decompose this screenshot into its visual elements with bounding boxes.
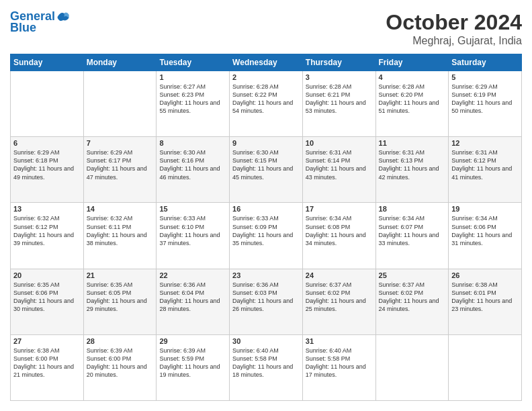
calendar-cell: 21Sunrise: 6:35 AM Sunset: 6:05 PM Dayli… <box>83 269 157 334</box>
calendar-cell: 10Sunrise: 6:31 AM Sunset: 6:14 PM Dayli… <box>302 137 375 203</box>
calendar-cell: 15Sunrise: 6:33 AM Sunset: 6:10 PM Dayli… <box>157 203 230 269</box>
day-info: Sunrise: 6:33 AM Sunset: 6:10 PM Dayligh… <box>159 214 226 247</box>
calendar-cell: 31Sunrise: 6:40 AM Sunset: 5:58 PM Dayli… <box>302 334 375 400</box>
calendar-table: Sunday Monday Tuesday Wednesday Thursday… <box>10 54 522 401</box>
day-number: 5 <box>451 73 519 81</box>
col-friday: Friday <box>375 54 449 71</box>
calendar-cell: 8Sunrise: 6:30 AM Sunset: 6:16 PM Daylig… <box>157 137 230 203</box>
day-info: Sunrise: 6:32 AM Sunset: 6:11 PM Dayligh… <box>87 214 154 247</box>
col-sunday: Sunday <box>11 54 84 71</box>
day-number: 28 <box>87 337 154 345</box>
calendar-cell: 7Sunrise: 6:29 AM Sunset: 6:17 PM Daylig… <box>83 137 157 203</box>
calendar-cell <box>449 334 522 400</box>
calendar-cell: 29Sunrise: 6:39 AM Sunset: 5:59 PM Dayli… <box>157 334 230 400</box>
day-number: 24 <box>306 271 373 279</box>
day-number: 3 <box>306 73 373 81</box>
col-wednesday: Wednesday <box>230 54 303 71</box>
calendar-cell: 5Sunrise: 6:29 AM Sunset: 6:19 PM Daylig… <box>449 71 522 137</box>
day-number: 9 <box>232 139 300 147</box>
day-number: 12 <box>451 139 519 147</box>
day-info: Sunrise: 6:34 AM Sunset: 6:07 PM Dayligh… <box>379 214 446 247</box>
calendar-subtitle: Meghraj, Gujarat, India <box>386 35 522 47</box>
day-number: 13 <box>13 205 81 213</box>
day-info: Sunrise: 6:27 AM Sunset: 6:23 PM Dayligh… <box>159 83 226 116</box>
day-number: 26 <box>451 271 519 279</box>
day-info: Sunrise: 6:31 AM Sunset: 6:13 PM Dayligh… <box>379 148 446 181</box>
day-number: 4 <box>379 73 446 81</box>
day-info: Sunrise: 6:33 AM Sunset: 6:09 PM Dayligh… <box>232 214 300 247</box>
calendar-cell: 13Sunrise: 6:32 AM Sunset: 6:12 PM Dayli… <box>11 203 84 269</box>
day-info: Sunrise: 6:35 AM Sunset: 6:05 PM Dayligh… <box>87 281 154 314</box>
day-info: Sunrise: 6:38 AM Sunset: 6:00 PM Dayligh… <box>13 347 81 379</box>
day-info: Sunrise: 6:40 AM Sunset: 5:58 PM Dayligh… <box>232 347 300 379</box>
day-info: Sunrise: 6:28 AM Sunset: 6:20 PM Dayligh… <box>379 83 446 116</box>
logo-icon <box>56 10 70 24</box>
calendar-cell: 1Sunrise: 6:27 AM Sunset: 6:23 PM Daylig… <box>157 71 230 137</box>
day-info: Sunrise: 6:31 AM Sunset: 6:12 PM Dayligh… <box>451 148 519 181</box>
calendar-cell: 17Sunrise: 6:34 AM Sunset: 6:08 PM Dayli… <box>302 203 375 269</box>
calendar-cell: 20Sunrise: 6:35 AM Sunset: 6:06 PM Dayli… <box>11 269 84 334</box>
calendar-week-1: 6Sunrise: 6:29 AM Sunset: 6:18 PM Daylig… <box>11 137 522 203</box>
calendar-cell: 18Sunrise: 6:34 AM Sunset: 6:07 PM Dayli… <box>375 203 449 269</box>
day-info: Sunrise: 6:39 AM Sunset: 6:00 PM Dayligh… <box>87 347 154 379</box>
day-number: 1 <box>159 73 226 81</box>
day-info: Sunrise: 6:34 AM Sunset: 6:08 PM Dayligh… <box>306 214 373 247</box>
day-number: 25 <box>379 271 446 279</box>
day-number: 19 <box>451 205 519 213</box>
day-number: 16 <box>232 205 300 213</box>
calendar-week-3: 20Sunrise: 6:35 AM Sunset: 6:06 PM Dayli… <box>11 269 522 334</box>
day-info: Sunrise: 6:32 AM Sunset: 6:12 PM Dayligh… <box>13 214 81 247</box>
day-info: Sunrise: 6:39 AM Sunset: 5:59 PM Dayligh… <box>159 347 226 379</box>
header: General Blue October 2024 Meghraj, Gujar… <box>10 10 522 47</box>
calendar-cell <box>375 334 449 400</box>
calendar-cell: 14Sunrise: 6:32 AM Sunset: 6:11 PM Dayli… <box>83 203 157 269</box>
day-info: Sunrise: 6:29 AM Sunset: 6:18 PM Dayligh… <box>13 148 81 181</box>
calendar-cell: 26Sunrise: 6:38 AM Sunset: 6:01 PM Dayli… <box>449 269 522 334</box>
calendar-cell: 19Sunrise: 6:34 AM Sunset: 6:06 PM Dayli… <box>449 203 522 269</box>
day-number: 11 <box>379 139 446 147</box>
calendar-week-0: 1Sunrise: 6:27 AM Sunset: 6:23 PM Daylig… <box>11 71 522 137</box>
calendar-cell <box>11 71 84 137</box>
day-info: Sunrise: 6:28 AM Sunset: 6:22 PM Dayligh… <box>232 83 300 116</box>
day-info: Sunrise: 6:37 AM Sunset: 6:02 PM Dayligh… <box>379 281 446 314</box>
title-block: October 2024 Meghraj, Gujarat, India <box>386 10 522 47</box>
calendar-cell: 4Sunrise: 6:28 AM Sunset: 6:20 PM Daylig… <box>375 71 449 137</box>
day-info: Sunrise: 6:35 AM Sunset: 6:06 PM Dayligh… <box>13 281 81 314</box>
day-info: Sunrise: 6:30 AM Sunset: 6:15 PM Dayligh… <box>232 148 300 181</box>
calendar-cell: 6Sunrise: 6:29 AM Sunset: 6:18 PM Daylig… <box>11 137 84 203</box>
calendar-title: October 2024 <box>386 10 522 35</box>
day-number: 7 <box>87 139 154 147</box>
col-monday: Monday <box>83 54 157 71</box>
day-info: Sunrise: 6:34 AM Sunset: 6:06 PM Dayligh… <box>451 214 519 247</box>
day-number: 2 <box>232 73 300 81</box>
day-number: 15 <box>159 205 226 213</box>
day-number: 20 <box>13 271 81 279</box>
logo: General Blue <box>10 10 70 35</box>
calendar-cell: 12Sunrise: 6:31 AM Sunset: 6:12 PM Dayli… <box>449 137 522 203</box>
day-info: Sunrise: 6:36 AM Sunset: 6:04 PM Dayligh… <box>159 281 226 314</box>
day-number: 23 <box>232 271 300 279</box>
calendar-cell: 25Sunrise: 6:37 AM Sunset: 6:02 PM Dayli… <box>375 269 449 334</box>
day-number: 21 <box>87 271 154 279</box>
day-number: 29 <box>159 337 226 345</box>
day-number: 10 <box>306 139 373 147</box>
calendar-week-4: 27Sunrise: 6:38 AM Sunset: 6:00 PM Dayli… <box>11 334 522 400</box>
day-info: Sunrise: 6:40 AM Sunset: 5:58 PM Dayligh… <box>306 347 373 379</box>
day-number: 17 <box>306 205 373 213</box>
day-info: Sunrise: 6:29 AM Sunset: 6:17 PM Dayligh… <box>87 148 154 181</box>
calendar-cell: 9Sunrise: 6:30 AM Sunset: 6:15 PM Daylig… <box>230 137 303 203</box>
day-number: 6 <box>13 139 81 147</box>
day-number: 14 <box>87 205 154 213</box>
calendar-cell: 2Sunrise: 6:28 AM Sunset: 6:22 PM Daylig… <box>230 71 303 137</box>
day-number: 30 <box>232 337 300 345</box>
col-tuesday: Tuesday <box>157 54 230 71</box>
day-number: 22 <box>159 271 226 279</box>
page: General Blue October 2024 Meghraj, Gujar… <box>0 0 532 411</box>
day-number: 18 <box>379 205 446 213</box>
calendar-cell: 16Sunrise: 6:33 AM Sunset: 6:09 PM Dayli… <box>230 203 303 269</box>
day-info: Sunrise: 6:36 AM Sunset: 6:03 PM Dayligh… <box>232 281 300 314</box>
calendar-week-2: 13Sunrise: 6:32 AM Sunset: 6:12 PM Dayli… <box>11 203 522 269</box>
day-number: 8 <box>159 139 226 147</box>
day-info: Sunrise: 6:29 AM Sunset: 6:19 PM Dayligh… <box>451 83 519 116</box>
calendar-cell: 3Sunrise: 6:28 AM Sunset: 6:21 PM Daylig… <box>302 71 375 137</box>
